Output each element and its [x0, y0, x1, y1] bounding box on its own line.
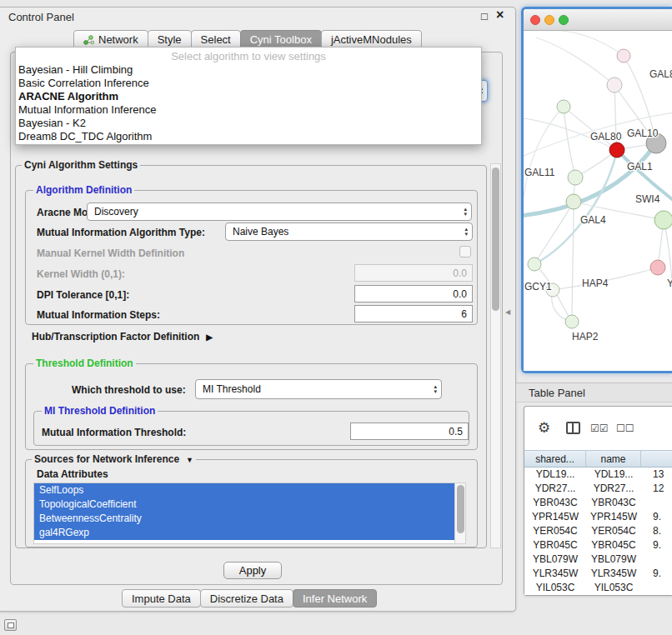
table-row[interactable]: YLR345WYLR345W9.: [524, 567, 672, 581]
table-cell: YDL19...: [586, 468, 641, 482]
sources-header[interactable]: Sources for Network Inference▼: [32, 453, 196, 465]
restore-panel-icon[interactable]: [4, 619, 17, 631]
network-graph-svg: GAL8GAL80GAL10GAL11GAL1SWI4GAL4GCY1HAP4H…: [524, 31, 672, 371]
sources-title: Sources for Network Inference: [34, 453, 179, 465]
network-tab-icon: [83, 35, 94, 45]
network-canvas[interactable]: GAL8GAL80GAL10GAL11GAL1SWI4GAL4GCY1HAP4H…: [524, 31, 672, 371]
combo-down-icon: ▾: [464, 232, 468, 237]
attribute-list[interactable]: SelfLoops TopologicalCoefficient Between…: [33, 482, 466, 544]
collapse-down-icon[interactable]: ▼: [186, 456, 193, 464]
aracne-mode-combo[interactable]: Discovery ▴▾: [87, 202, 472, 221]
tab-label: Cyni Toolbox: [250, 33, 312, 46]
network-node-label: HAP4: [582, 278, 609, 289]
table-cell: YER054C: [586, 524, 641, 538]
table-cell: YLR345W: [586, 567, 641, 581]
panel-splitter-collapse-icon[interactable]: ◀: [505, 308, 510, 316]
network-node[interactable]: [609, 142, 624, 158]
network-node[interactable]: [528, 258, 541, 271]
attribute-list-item[interactable]: gal4RGexp: [34, 526, 454, 540]
expand-right-icon[interactable]: ▶: [206, 332, 213, 342]
close-traffic-light-icon[interactable]: [530, 15, 540, 25]
hub-section-label: Hub/Transcription Factor Definition: [32, 331, 199, 342]
settings-scrollbar[interactable]: [490, 163, 501, 548]
network-node[interactable]: [650, 260, 665, 275]
network-edge: [536, 38, 614, 85]
mi-threshold-field[interactable]: 0.5: [350, 422, 469, 440]
attribute-list-scrollbar[interactable]: [454, 482, 466, 544]
attribute-list-item[interactable]: SelfLoops: [34, 483, 454, 498]
table-cell: YIL053C: [586, 581, 641, 595]
dropdown-item[interactable]: Mutual Information Inference: [16, 103, 481, 117]
table-cell: [641, 581, 672, 595]
bottom-tabbar: Impute Data Discretize Data Infer Networ…: [122, 589, 376, 608]
table-row[interactable]: YBL079WYBL079W: [524, 552, 672, 567]
close-window-icon[interactable]: ×: [496, 8, 504, 22]
dpi-tolerance-field[interactable]: 0.0: [354, 285, 473, 302]
combo-down-icon: ▾: [434, 389, 437, 394]
dropdown-item[interactable]: Dream8 DC_TDC Algorithm: [16, 130, 481, 143]
combo-arrows-icon: ▴▾: [464, 203, 467, 220]
zoom-traffic-light-icon[interactable]: [559, 15, 569, 25]
attribute-list-item[interactable]: TopologicalCoefficient: [34, 498, 454, 512]
manual-kernel-width-checkbox[interactable]: [459, 246, 471, 258]
network-node-label: SWI4: [635, 193, 660, 205]
table-header-cell[interactable]: [641, 451, 672, 467]
dropdown-item[interactable]: Basic Correlation Inference: [16, 77, 481, 90]
mi-steps-field[interactable]: 6: [354, 305, 473, 322]
network-node[interactable]: [566, 194, 581, 209]
table-row[interactable]: YER054CYER054C8.: [524, 524, 672, 538]
table-row[interactable]: YBR045CYBR045C9.: [524, 538, 672, 552]
table-cell: YPR145W: [524, 510, 586, 524]
select-all-icon[interactable]: ☑☑: [590, 422, 609, 434]
tab-label: Select: [201, 33, 231, 46]
network-node[interactable]: [565, 315, 579, 328]
float-window-icon[interactable]: □: [481, 10, 488, 22]
table-row[interactable]: YDR27...YDR27...12: [524, 482, 672, 496]
table-header-cell[interactable]: name: [586, 451, 641, 467]
dropdown-item[interactable]: Bayesian - Hill Climbing: [16, 63, 481, 77]
table-body[interactable]: YDL19...YDL19...13YDR27...YDR27...12YBR0…: [524, 468, 672, 595]
table-row[interactable]: YDL19...YDL19...13: [524, 468, 672, 482]
tab-discretize-data[interactable]: Discretize Data: [200, 589, 293, 608]
table-cell: YBR045C: [524, 538, 586, 552]
table-cell: YDR27...: [586, 482, 641, 496]
table-cell: [641, 496, 672, 510]
combo-arrows-icon: ▴▾: [434, 380, 437, 398]
table-row[interactable]: YPR145WYPR145W9.: [524, 510, 672, 524]
table-cell: 13: [641, 468, 672, 482]
settings-group-title: Cyni Algorithm Settings: [22, 159, 140, 171]
network-node[interactable]: [617, 49, 630, 62]
attribute-list-item[interactable]: BetweennessCentrality: [34, 512, 454, 526]
tab-infer-network[interactable]: Infer Network: [293, 589, 377, 608]
mi-algorithm-type-combo[interactable]: Naive Bayes ▴▾: [225, 222, 473, 241]
table-header-cell[interactable]: shared...: [524, 451, 586, 467]
network-node[interactable]: [557, 100, 570, 113]
mi-threshold-label: Mutual Information Threshold:: [42, 427, 186, 438]
apply-button[interactable]: Apply: [223, 562, 282, 579]
gear-icon[interactable]: ⚙: [538, 419, 550, 437]
network-node[interactable]: [654, 211, 672, 229]
table-cell: YER054C: [524, 524, 586, 538]
network-node[interactable]: [607, 78, 622, 92]
which-threshold-combo[interactable]: MI Threshold ▴▾: [195, 379, 442, 399]
columns-icon[interactable]: [566, 422, 580, 434]
table-row[interactable]: YIL053CYIL053C: [524, 581, 672, 595]
hub-section-header[interactable]: Hub/Transcription Factor Definition▶: [32, 331, 213, 342]
table-cell: YBR043C: [586, 496, 641, 510]
clear-selection-icon[interactable]: ☐☐: [616, 422, 634, 434]
minimize-traffic-light-icon[interactable]: [544, 15, 554, 25]
algorithm-dropdown-popup: Select algorithm to view settings Bayesi…: [15, 47, 482, 145]
tab-impute-data[interactable]: Impute Data: [122, 589, 201, 608]
settings-scrollbar-thumb[interactable]: [492, 168, 499, 311]
dropdown-item[interactable]: Bayesian - K2: [16, 117, 481, 130]
tab-label: Discretize Data: [210, 592, 283, 605]
data-attributes-label: Data Attributes: [37, 468, 108, 480]
application-background: Control Panel □ × Network Style Select C…: [0, 0, 672, 635]
table-cell: YBR045C: [586, 538, 641, 552]
attribute-list-scrollbar-thumb[interactable]: [457, 485, 464, 533]
network-node[interactable]: [568, 170, 583, 185]
algorithm-definition-title: Algorithm Definition: [33, 184, 134, 196]
network-node-label: GAL4: [580, 214, 606, 226]
table-row[interactable]: YBR043CYBR043C: [524, 496, 672, 510]
dropdown-item-highlighted[interactable]: ARACNE Algorithm: [16, 90, 481, 103]
